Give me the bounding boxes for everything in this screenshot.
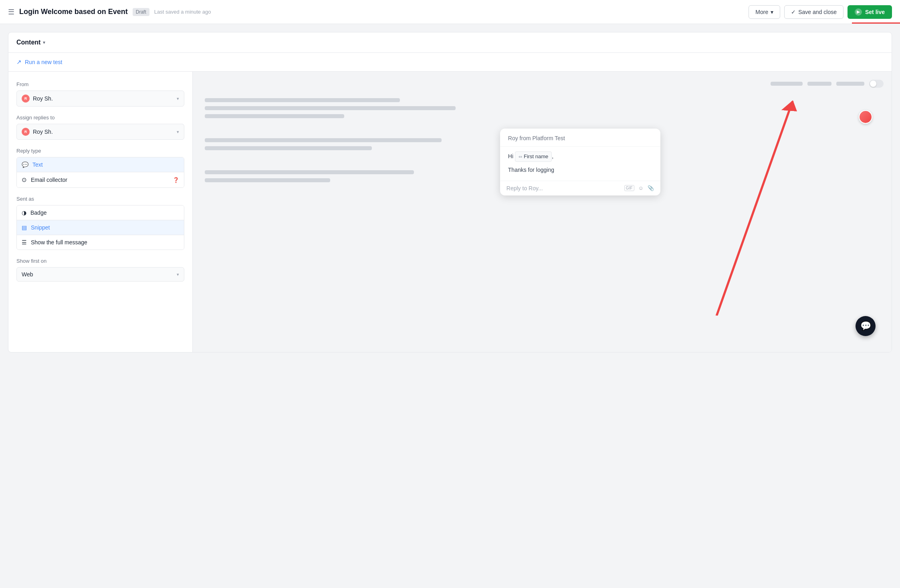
preview-mock-area: Roy from Platform Test Hi ⇔First name, T… — [201, 94, 884, 344]
skeleton-line-5 — [205, 146, 372, 150]
first-name-tag-label: First name — [524, 153, 548, 161]
comma-text: , — [552, 153, 553, 159]
content-header: Content ▾ — [8, 32, 892, 53]
gif-icon: GIF — [624, 185, 634, 191]
checkmark-icon: ✓ — [791, 9, 796, 15]
more-button[interactable]: More ▾ — [749, 5, 780, 19]
run-new-test-label: Run a new test — [25, 59, 62, 65]
badge-icon: ◑ — [22, 209, 26, 216]
snippet-label: Snippet — [31, 224, 50, 231]
save-close-label: Save and close — [798, 9, 837, 15]
from-label: From — [16, 81, 184, 87]
skeleton-line-3 — [205, 114, 344, 118]
toggle-switch[interactable] — [869, 80, 884, 88]
set-live-button[interactable]: ▶ Set live — [848, 5, 892, 19]
sent-as-field-group: Sent as ◑ Badge ▤ Snippet ☰ Show the ful — [16, 196, 184, 250]
chat-widget-area: Roy from Platform Test Hi ⇔First name, T… — [500, 110, 876, 195]
text-reply-icon: 💬 — [22, 161, 28, 168]
sender-suffix: from Platform Test — [518, 135, 565, 141]
first-name-tag: ⇔First name — [515, 151, 552, 162]
reply-input-placeholder[interactable]: Reply to Roy... — [507, 185, 624, 191]
assign-avatar: R — [22, 128, 30, 136]
reply-type-options: 💬 Text ⊙ Email collector ❓ — [16, 157, 184, 188]
show-first-on-label: Show first on — [16, 258, 184, 264]
chat-text: Hi ⇔First name, — [508, 151, 652, 162]
skeleton-bar-2 — [807, 82, 831, 86]
from-avatar: R — [22, 95, 30, 103]
reply-type-field-group: Reply type 💬 Text ⊙ Email collector ❓ — [16, 148, 184, 188]
play-icon: ▶ — [855, 8, 862, 16]
emoji-icon: ☺ — [638, 185, 644, 191]
email-collector-icon: ⊙ — [22, 176, 27, 183]
sent-as-label: Sent as — [16, 196, 184, 202]
run-new-test-banner[interactable]: ↗ Run a new test — [8, 53, 892, 72]
help-icon: ❓ — [173, 177, 179, 183]
set-live-label: Set live — [865, 9, 885, 15]
assign-value: Roy Sh. — [33, 129, 53, 135]
app-header: ☰ Login Welcome based on Event Draft Las… — [0, 0, 900, 24]
reply-option-text[interactable]: 💬 Text — [17, 157, 184, 172]
chevron-down-icon[interactable]: ▾ — [43, 40, 45, 45]
email-collector-label: Email collector — [31, 177, 67, 183]
snippet-icon: ▤ — [22, 224, 27, 231]
sent-as-full-message[interactable]: ☰ Show the full message — [17, 235, 184, 250]
assign-replies-field-group: Assign replies to R Roy Sh. ▾ — [16, 115, 184, 140]
attachment-icon: 📎 — [648, 185, 654, 191]
save-close-button[interactable]: ✓ Save and close — [784, 5, 843, 19]
chat-footer: Reply to Roy... GIF ☺ 📎 — [500, 181, 660, 195]
show-first-on-select[interactable]: Web ▾ — [16, 267, 184, 282]
two-col-layout: From R Roy Sh. ▾ Assign replies to R Roy… — [8, 72, 892, 352]
footer-icons: GIF ☺ 📎 — [624, 185, 654, 191]
preview-toolbar — [201, 80, 884, 88]
reply-option-email-collector[interactable]: ⊙ Email collector ❓ — [17, 172, 184, 187]
sender-name: Roy — [508, 135, 518, 141]
chat-sender-name: Roy from Platform Test — [508, 135, 565, 141]
avatar — [859, 110, 872, 124]
more-label: More — [755, 9, 768, 15]
text-reply-label: Text — [32, 161, 43, 168]
chat-widget-header: Roy from Platform Test — [500, 129, 660, 147]
header-right: More ▾ ✓ Save and close ▶ Set live — [749, 5, 892, 19]
chat-avatar-wrapper — [859, 110, 872, 124]
skeleton-bar-3 — [836, 82, 864, 86]
chat-message-body: Hi ⇔First name, Thanks for logging — [500, 147, 660, 181]
from-value: Roy Sh. — [33, 95, 53, 102]
assign-chevron-icon: ▾ — [177, 129, 179, 135]
intercom-bubble[interactable]: 💬 — [856, 316, 876, 336]
full-message-label: Show the full message — [31, 239, 87, 246]
main-content: Content ▾ ↗ Run a new test From R Roy Sh… — [0, 24, 900, 360]
skeleton-bar-1 — [771, 82, 803, 86]
from-chevron-icon: ▾ — [177, 96, 179, 101]
from-field-group: From R Roy Sh. ▾ — [16, 81, 184, 107]
from-select[interactable]: R Roy Sh. ▾ — [16, 91, 184, 107]
content-card: Content ▾ ↗ Run a new test From R Roy Sh… — [8, 32, 892, 352]
full-message-icon: ☰ — [22, 239, 27, 246]
tag-arrows-icon: ⇔ — [519, 153, 522, 160]
sent-as-snippet[interactable]: ▤ Snippet — [17, 220, 184, 235]
skeleton-line-6 — [205, 170, 414, 174]
header-left: ☰ Login Welcome based on Event Draft Las… — [8, 8, 749, 16]
greeting-text: Hi — [508, 153, 515, 159]
chevron-down-icon: ▾ — [771, 9, 773, 15]
menu-icon[interactable]: ☰ — [8, 8, 14, 16]
right-panel: Roy from Platform Test Hi ⇔First name, T… — [193, 72, 892, 352]
chat-widget-card: Roy from Platform Test Hi ⇔First name, T… — [500, 129, 660, 195]
badge-label: Badge — [30, 209, 46, 216]
header-underline — [852, 22, 900, 24]
sent-as-options: ◑ Badge ▤ Snippet ☰ Show the full messag… — [16, 205, 184, 250]
skeleton-line-7 — [205, 178, 330, 182]
skeleton-line-1 — [205, 98, 400, 102]
content-section-title: Content — [16, 39, 40, 46]
assign-replies-label: Assign replies to — [16, 115, 184, 121]
skeleton-line-4 — [205, 138, 442, 142]
assign-replies-select[interactable]: R Roy Sh. ▾ — [16, 124, 184, 140]
save-status: Last saved a minute ago — [154, 9, 211, 15]
skeleton-line-2 — [205, 106, 456, 110]
page-title: Login Welcome based on Event — [19, 8, 128, 16]
chart-icon: ↗ — [16, 58, 22, 66]
sent-as-badge[interactable]: ◑ Badge — [17, 205, 184, 220]
show-first-on-field-group: Show first on Web ▾ — [16, 258, 184, 282]
show-first-on-value: Web — [22, 271, 33, 278]
draft-badge: Draft — [133, 8, 149, 16]
skeleton-left — [201, 94, 488, 186]
